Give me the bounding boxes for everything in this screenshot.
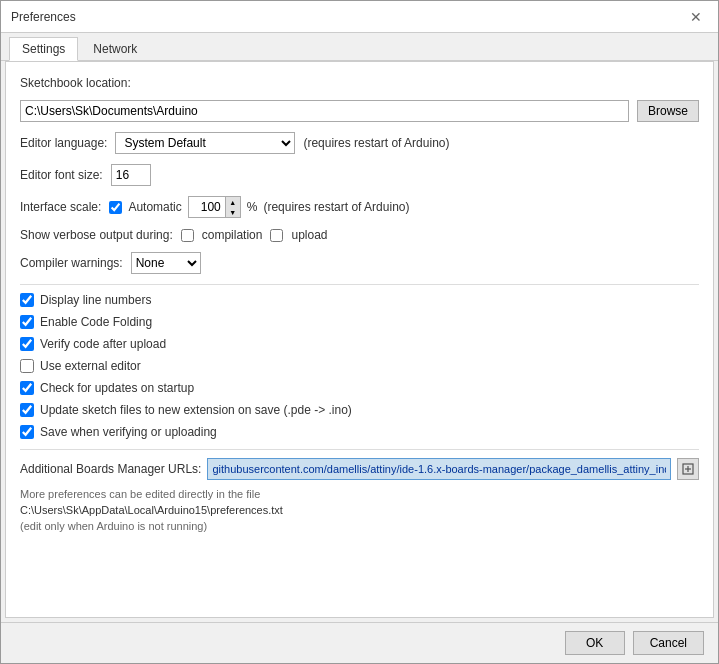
checkbox-row-3: Use external editor bbox=[20, 359, 699, 373]
interface-scale-row: Interface scale: Automatic ▲ ▼ % (requir… bbox=[20, 196, 699, 218]
editor-language-note: (requires restart of Arduino) bbox=[303, 136, 449, 150]
sketchbook-row: Sketchbook location: bbox=[20, 76, 699, 90]
compiler-warnings-row: Compiler warnings: None Default More All bbox=[20, 252, 699, 274]
checkbox-save-verifying[interactable] bbox=[20, 425, 34, 439]
scale-note: (requires restart of Arduino) bbox=[263, 200, 409, 214]
scale-input[interactable] bbox=[189, 197, 225, 217]
sketchbook-input[interactable] bbox=[20, 100, 629, 122]
checkbox-label-6: Save when verifying or uploading bbox=[40, 425, 217, 439]
compiler-warnings-select[interactable]: None Default More All bbox=[131, 252, 201, 274]
checkbox-row-2: Verify code after upload bbox=[20, 337, 699, 351]
settings-panel: Sketchbook location: Browse Editor langu… bbox=[5, 61, 714, 618]
checkbox-label-4: Check for updates on startup bbox=[40, 381, 194, 395]
footer: OK Cancel bbox=[1, 622, 718, 663]
editor-font-size-input[interactable] bbox=[111, 164, 151, 186]
checkbox-code-folding[interactable] bbox=[20, 315, 34, 329]
close-button[interactable]: ✕ bbox=[684, 7, 708, 27]
checkbox-row-1: Enable Code Folding bbox=[20, 315, 699, 329]
scale-spinners: ▲ ▼ bbox=[225, 197, 240, 217]
compiler-warnings-label: Compiler warnings: bbox=[20, 256, 123, 270]
ok-button[interactable]: OK bbox=[565, 631, 625, 655]
window-title: Preferences bbox=[11, 10, 76, 24]
tab-bar: Settings Network bbox=[1, 33, 718, 61]
additional-boards-input[interactable] bbox=[207, 458, 671, 480]
editor-font-size-row: Editor font size: bbox=[20, 164, 699, 186]
sketchbook-label: Sketchbook location: bbox=[20, 76, 131, 90]
scale-group: Automatic ▲ ▼ % (requires restart of Ard… bbox=[109, 196, 409, 218]
checkbox-display-line-numbers[interactable] bbox=[20, 293, 34, 307]
verbose-compilation-checkbox[interactable] bbox=[181, 229, 194, 242]
expand-icon bbox=[682, 463, 694, 475]
auto-scale-label: Automatic bbox=[128, 200, 181, 214]
verbose-compilation-label: compilation bbox=[202, 228, 263, 242]
auto-scale-checkbox[interactable] bbox=[109, 201, 122, 214]
scale-up-button[interactable]: ▲ bbox=[226, 197, 240, 207]
checkbox-check-updates[interactable] bbox=[20, 381, 34, 395]
checkbox-row-6: Save when verifying or uploading bbox=[20, 425, 699, 439]
checkbox-verify-code[interactable] bbox=[20, 337, 34, 351]
verbose-label: Show verbose output during: bbox=[20, 228, 173, 242]
checkbox-row-5: Update sketch files to new extension on … bbox=[20, 403, 699, 417]
checkbox-label-3: Use external editor bbox=[40, 359, 141, 373]
divider2 bbox=[20, 449, 699, 450]
checkbox-label-0: Display line numbers bbox=[40, 293, 151, 307]
editor-font-size-label: Editor font size: bbox=[20, 168, 103, 182]
checkbox-row-4: Check for updates on startup bbox=[20, 381, 699, 395]
scale-down-button[interactable]: ▼ bbox=[226, 207, 240, 217]
verbose-row: Show verbose output during: compilation … bbox=[20, 228, 699, 242]
edit-note: (edit only when Arduino is not running) bbox=[20, 520, 699, 532]
prefs-path: C:\Users\Sk\AppData\Local\Arduino15\pref… bbox=[20, 504, 699, 516]
editor-language-select[interactable]: System Default bbox=[115, 132, 295, 154]
checkboxes-section: Display line numbers Enable Code Folding… bbox=[20, 293, 699, 439]
tab-network[interactable]: Network bbox=[80, 37, 150, 60]
divider1 bbox=[20, 284, 699, 285]
sketchbook-input-row: Browse bbox=[20, 100, 699, 122]
checkbox-label-2: Verify code after upload bbox=[40, 337, 166, 351]
cancel-button[interactable]: Cancel bbox=[633, 631, 704, 655]
checkbox-update-sketch[interactable] bbox=[20, 403, 34, 417]
interface-scale-label: Interface scale: bbox=[20, 200, 101, 214]
scale-input-wrap: ▲ ▼ bbox=[188, 196, 241, 218]
checkbox-label-1: Enable Code Folding bbox=[40, 315, 152, 329]
verbose-upload-checkbox[interactable] bbox=[270, 229, 283, 242]
checkbox-row-0: Display line numbers bbox=[20, 293, 699, 307]
checkbox-external-editor[interactable] bbox=[20, 359, 34, 373]
checkbox-label-5: Update sketch files to new extension on … bbox=[40, 403, 352, 417]
verbose-upload-label: upload bbox=[291, 228, 327, 242]
additional-boards-row: Additional Boards Manager URLs: bbox=[20, 458, 699, 480]
additional-boards-label: Additional Boards Manager URLs: bbox=[20, 462, 201, 476]
preferences-window: Preferences ✕ Settings Network Sketchboo… bbox=[0, 0, 719, 664]
additional-boards-expand-button[interactable] bbox=[677, 458, 699, 480]
tab-settings[interactable]: Settings bbox=[9, 37, 78, 61]
title-bar: Preferences ✕ bbox=[1, 1, 718, 33]
verbose-checks: compilation upload bbox=[181, 228, 328, 242]
editor-language-row: Editor language: System Default (require… bbox=[20, 132, 699, 154]
browse-button[interactable]: Browse bbox=[637, 100, 699, 122]
editor-language-label: Editor language: bbox=[20, 136, 107, 150]
more-prefs-text: More preferences can be edited directly … bbox=[20, 488, 699, 500]
scale-unit: % bbox=[247, 200, 258, 214]
